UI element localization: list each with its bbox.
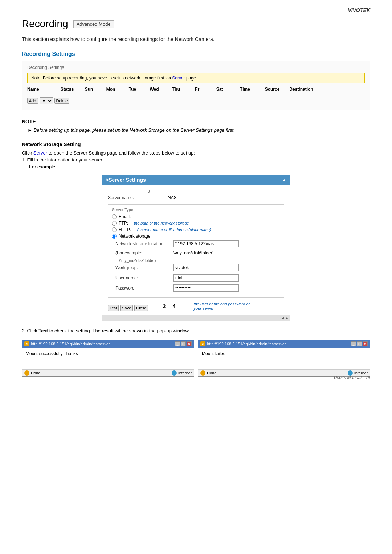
advanced-mode-badge: Advanced Mode [73,20,114,28]
close-button[interactable]: Close [134,305,148,311]
note-section: NOTE ► Before setting up this page, plea… [22,119,370,133]
delete-button[interactable]: Delete [54,98,70,104]
th-name: Name [27,87,56,92]
table-header-row: Name Status Sun Mon Tue Wed Thu Fri Sat … [27,87,365,94]
popup-restore-btn[interactable]: □ [181,341,186,346]
http-radio[interactable] [112,227,117,232]
popup-success-internet: Internet [172,370,192,376]
brand-label: VIVOTEK [348,7,370,13]
th-wed: Wed [143,87,165,92]
for-example-field-label: (For example: [115,250,173,255]
server-settings-body: 3 Server name: Server Type Email: FTP: [102,185,290,315]
ftp-radio[interactable] [112,221,117,226]
top-divider [22,15,370,15]
dialog-scrollbar-bottom: ◄ ► [102,315,290,321]
server-name-input[interactable] [166,194,231,201]
internet-icon-left [172,370,177,376]
add-button[interactable]: Add [27,98,38,104]
popup-failed-internet: Internet [348,370,368,376]
storage-location-input[interactable] [173,240,239,247]
test-button[interactable]: Test [108,305,119,311]
popup-failed-titlebar: e http://192.168.5.151/cgi-bin/admin/tes… [198,340,370,348]
note-box-suffix: page [186,75,196,81]
popup-failed-internet-text: Internet [354,371,368,375]
table-action-row: Add ▼ Delete [27,97,365,104]
popup-failed-restore-btn[interactable]: □ [357,341,362,346]
popup-success-icon: e [24,341,29,346]
workgroup-row: Workgroup: [115,264,280,271]
popup-success-text: Mount successfully Thanks [26,351,78,356]
popup-failed: e http://192.168.5.151/cgi-bin/admin/tes… [198,340,370,377]
th-destination: Destination [285,87,318,92]
password-row: Password: [115,284,280,292]
note-bullet: ► Before setting up this page, please se… [28,127,370,133]
server-type-legend: Server Type [112,208,280,212]
step2-text: 2. Click [22,328,38,333]
step-indicator-3: 3 [148,189,284,193]
recording-settings-heading: Recording Settings [22,51,370,57]
popup-close-btn[interactable]: ✕ [187,341,192,346]
popup-success: e http://192.168.5.151/cgi-bin/admin/tes… [22,340,194,377]
server-link-note[interactable]: Server [172,75,185,81]
step2-test-bold: Test [38,328,48,333]
email-radio-row: Email: [112,214,280,219]
server-type-box: Server Type Email: FTP: the path of the … [108,204,284,298]
popup-failed-body: Mount failed. [198,348,370,369]
step1-text: 1. Fill in the information for your serv… [22,157,370,163]
save-button[interactable]: Save [120,305,133,311]
popup-success-internet-text: Internet [178,371,192,375]
note-box-text: Note: Before setup recording, you have t… [31,75,171,81]
popup-minimize-btn[interactable]: _ [175,341,180,346]
popup-failed-controls[interactable]: _ □ ✕ [351,341,368,346]
popup-failed-text: Mount failed. [202,351,227,356]
username-input[interactable] [173,274,239,282]
popup-windows-row: e http://192.168.5.151/cgi-bin/admin/tes… [22,340,370,377]
storage-location-row: Network storage location: [115,240,280,247]
for-example-value: \\my_nas\disk\folder) [173,250,214,255]
popup-success-done-text: Done [31,371,40,375]
network-storage-section: Network storage location: (For example: … [115,240,280,292]
network-storage-heading: Network Storage Setting [22,141,370,147]
th-time: Time [230,87,260,92]
for-example-row: (For example: \\my_nas\disk\folder) [115,250,280,255]
server-link-main[interactable]: Server [33,150,47,156]
intro-text: This section explains how to configure t… [22,36,370,42]
popup-failed-minimize-btn[interactable]: _ [351,341,356,346]
network-storage-label: Network storage: [119,234,152,239]
status-done-icon [24,370,29,376]
password-label: Password: [115,286,173,291]
th-sun: Sun [78,87,100,92]
example-path: \\my_nas\disk\folder) [119,258,280,263]
popup-failed-close-btn[interactable]: ✕ [363,341,368,346]
th-source: Source [260,87,285,92]
storage-location-label: Network storage location: [115,241,173,246]
step2-suffix: to check the setting. The result will be… [49,328,190,333]
username-row: User name: [115,274,280,282]
th-thu: Thu [165,87,187,92]
note-title: NOTE [22,119,370,124]
network-storage-radio[interactable] [112,234,117,239]
for-example-label: For example: [29,164,370,169]
workgroup-input[interactable] [173,264,239,271]
status-done-icon-right [200,370,205,376]
network-storage-radio-row: Network storage: [112,234,280,239]
server-settings-dialog: >Server Settings ▲ 3 Server name: Server… [102,175,290,321]
popup-success-titlebar: e http://192.168.5.151/cgi-bin/admin/tes… [22,340,194,348]
workgroup-label: Workgroup: [115,265,173,270]
step-indicator-2: 2 [163,303,166,309]
password-input[interactable] [173,284,239,292]
page-title: Recording [22,18,68,30]
hint-credentials: the user name and password of [194,302,250,306]
server-settings-title: >Server Settings [106,177,146,183]
hint-path: the path of the network storage [134,221,189,225]
http-label: HTTP: [119,227,131,232]
add-select[interactable]: ▼ [40,97,53,104]
hint-credentials2: your server [194,306,250,311]
note-box: Note: Before setup recording, you have t… [27,73,365,83]
th-fri: Fri [187,87,209,92]
recording-settings-legend: Recording Settings [27,65,365,70]
email-radio[interactable] [112,214,117,219]
footer-text: User's Manual - 79 [334,375,370,380]
popup-success-statusbar: Done Internet [22,369,194,376]
popup-success-controls[interactable]: _ □ ✕ [175,341,192,346]
